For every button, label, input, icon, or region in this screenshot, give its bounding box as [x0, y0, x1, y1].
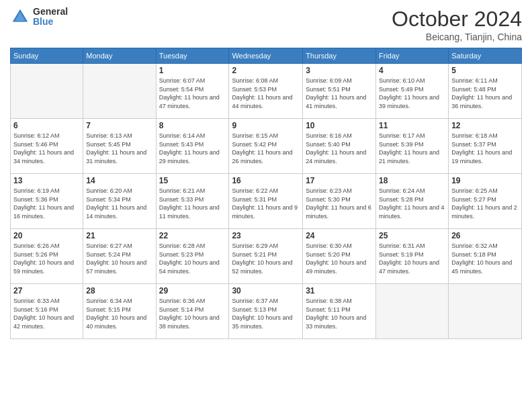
col-thursday: Thursday [303, 48, 376, 64]
day-info: Sunrise: 6:09 AMSunset: 5:51 PMDaylight:… [306, 77, 373, 110]
day-number: 18 [379, 176, 445, 185]
calendar-cell: 12Sunrise: 6:18 AMSunset: 5:37 PMDayligh… [449, 119, 522, 174]
calendar-cell: 6Sunrise: 6:12 AMSunset: 5:46 PMDaylight… [11, 119, 83, 174]
logo-blue: Blue [33, 17, 68, 27]
day-number: 22 [159, 231, 226, 240]
day-info: Sunrise: 6:29 AMSunset: 5:21 PMDaylight:… [232, 242, 300, 275]
calendar-cell: 30Sunrise: 6:37 AMSunset: 5:13 PMDayligh… [229, 284, 303, 339]
page: General Blue October 2024 Beicang, Tianj… [0, 0, 532, 411]
day-number: 27 [13, 286, 80, 295]
day-info: Sunrise: 6:37 AMSunset: 5:13 PMDaylight:… [232, 297, 300, 330]
logo-icon [10, 7, 30, 27]
col-monday: Monday [83, 48, 156, 64]
day-info: Sunrise: 6:08 AMSunset: 5:53 PMDaylight:… [232, 77, 300, 110]
week-row-3: 20Sunrise: 6:26 AMSunset: 5:26 PMDayligh… [11, 229, 522, 284]
week-row-0: 1Sunrise: 6:07 AMSunset: 5:54 PMDaylight… [11, 64, 522, 119]
calendar-cell: 8Sunrise: 6:14 AMSunset: 5:43 PMDaylight… [156, 119, 229, 174]
calendar-cell: 26Sunrise: 6:32 AMSunset: 5:18 PMDayligh… [449, 229, 522, 284]
day-number: 12 [451, 121, 519, 130]
calendar-cell [376, 284, 449, 339]
logo-general: General [33, 7, 68, 17]
calendar-cell: 15Sunrise: 6:21 AMSunset: 5:33 PMDayligh… [156, 174, 229, 229]
calendar-cell: 10Sunrise: 6:16 AMSunset: 5:40 PMDayligh… [303, 119, 376, 174]
day-number: 26 [451, 231, 519, 240]
header: General Blue October 2024 Beicang, Tianj… [10, 7, 522, 42]
calendar-cell: 25Sunrise: 6:31 AMSunset: 5:19 PMDayligh… [376, 229, 449, 284]
day-info: Sunrise: 6:23 AMSunset: 5:30 PMDaylight:… [306, 187, 373, 220]
day-info: Sunrise: 6:25 AMSunset: 5:27 PMDaylight:… [451, 187, 519, 220]
day-number: 30 [232, 286, 300, 295]
calendar-cell: 3Sunrise: 6:09 AMSunset: 5:51 PMDaylight… [303, 64, 376, 119]
calendar-cell: 17Sunrise: 6:23 AMSunset: 5:30 PMDayligh… [303, 174, 376, 229]
day-number: 19 [451, 176, 519, 185]
week-row-1: 6Sunrise: 6:12 AMSunset: 5:46 PMDaylight… [11, 119, 522, 174]
day-info: Sunrise: 6:24 AMSunset: 5:28 PMDaylight:… [379, 187, 445, 220]
subtitle: Beicang, Tianjin, China [392, 32, 522, 42]
calendar: Sunday Monday Tuesday Wednesday Thursday… [10, 48, 522, 339]
calendar-cell [11, 64, 83, 119]
calendar-cell: 13Sunrise: 6:19 AMSunset: 5:36 PMDayligh… [11, 174, 83, 229]
day-number: 5 [451, 66, 519, 75]
day-info: Sunrise: 6:22 AMSunset: 5:31 PMDaylight:… [232, 187, 300, 220]
month-title: October 2024 [392, 7, 522, 32]
calendar-cell: 19Sunrise: 6:25 AMSunset: 5:27 PMDayligh… [449, 174, 522, 229]
col-friday: Friday [376, 48, 449, 64]
day-number: 2 [232, 66, 300, 75]
calendar-cell: 14Sunrise: 6:20 AMSunset: 5:34 PMDayligh… [83, 174, 156, 229]
day-number: 29 [159, 286, 226, 295]
day-info: Sunrise: 6:30 AMSunset: 5:20 PMDaylight:… [306, 242, 373, 275]
logo: General Blue [10, 7, 68, 28]
logo-text: General Blue [33, 7, 68, 28]
header-row: Sunday Monday Tuesday Wednesday Thursday… [11, 48, 522, 64]
calendar-cell: 22Sunrise: 6:28 AMSunset: 5:23 PMDayligh… [156, 229, 229, 284]
day-info: Sunrise: 6:16 AMSunset: 5:40 PMDaylight:… [306, 132, 373, 165]
day-info: Sunrise: 6:33 AMSunset: 5:16 PMDaylight:… [13, 297, 80, 330]
day-number: 25 [379, 231, 445, 240]
col-saturday: Saturday [449, 48, 522, 64]
day-info: Sunrise: 6:07 AMSunset: 5:54 PMDaylight:… [159, 77, 226, 110]
day-number: 20 [13, 231, 80, 240]
calendar-cell: 29Sunrise: 6:36 AMSunset: 5:14 PMDayligh… [156, 284, 229, 339]
day-number: 14 [86, 176, 152, 185]
calendar-cell: 21Sunrise: 6:27 AMSunset: 5:24 PMDayligh… [83, 229, 156, 284]
day-info: Sunrise: 6:20 AMSunset: 5:34 PMDaylight:… [86, 187, 152, 220]
calendar-cell: 11Sunrise: 6:17 AMSunset: 5:39 PMDayligh… [376, 119, 449, 174]
day-info: Sunrise: 6:12 AMSunset: 5:46 PMDaylight:… [13, 132, 80, 165]
day-number: 31 [306, 286, 373, 295]
calendar-cell: 23Sunrise: 6:29 AMSunset: 5:21 PMDayligh… [229, 229, 303, 284]
calendar-cell: 28Sunrise: 6:34 AMSunset: 5:15 PMDayligh… [83, 284, 156, 339]
title-block: October 2024 Beicang, Tianjin, China [392, 7, 522, 42]
day-number: 17 [306, 176, 373, 185]
day-info: Sunrise: 6:34 AMSunset: 5:15 PMDaylight:… [86, 297, 152, 330]
day-info: Sunrise: 6:13 AMSunset: 5:45 PMDaylight:… [86, 132, 152, 165]
day-number: 24 [306, 231, 373, 240]
day-info: Sunrise: 6:38 AMSunset: 5:11 PMDaylight:… [306, 297, 373, 330]
day-info: Sunrise: 6:21 AMSunset: 5:33 PMDaylight:… [159, 187, 226, 220]
calendar-cell: 5Sunrise: 6:11 AMSunset: 5:48 PMDaylight… [449, 64, 522, 119]
day-info: Sunrise: 6:26 AMSunset: 5:26 PMDaylight:… [13, 242, 80, 275]
week-row-2: 13Sunrise: 6:19 AMSunset: 5:36 PMDayligh… [11, 174, 522, 229]
day-number: 23 [232, 231, 300, 240]
calendar-cell [449, 284, 522, 339]
day-info: Sunrise: 6:14 AMSunset: 5:43 PMDaylight:… [159, 132, 226, 165]
day-number: 13 [13, 176, 80, 185]
day-info: Sunrise: 6:15 AMSunset: 5:42 PMDaylight:… [232, 132, 300, 165]
day-number: 7 [86, 121, 152, 130]
col-tuesday: Tuesday [156, 48, 229, 64]
day-number: 10 [306, 121, 373, 130]
calendar-cell: 7Sunrise: 6:13 AMSunset: 5:45 PMDaylight… [83, 119, 156, 174]
calendar-cell: 4Sunrise: 6:10 AMSunset: 5:49 PMDaylight… [376, 64, 449, 119]
day-number: 8 [159, 121, 226, 130]
calendar-cell: 24Sunrise: 6:30 AMSunset: 5:20 PMDayligh… [303, 229, 376, 284]
calendar-cell: 9Sunrise: 6:15 AMSunset: 5:42 PMDaylight… [229, 119, 303, 174]
calendar-cell: 27Sunrise: 6:33 AMSunset: 5:16 PMDayligh… [11, 284, 83, 339]
day-info: Sunrise: 6:28 AMSunset: 5:23 PMDaylight:… [159, 242, 226, 275]
col-sunday: Sunday [11, 48, 83, 64]
day-number: 4 [379, 66, 445, 75]
day-info: Sunrise: 6:27 AMSunset: 5:24 PMDaylight:… [86, 242, 152, 275]
calendar-cell [83, 64, 156, 119]
day-info: Sunrise: 6:31 AMSunset: 5:19 PMDaylight:… [379, 242, 445, 275]
day-number: 21 [86, 231, 152, 240]
day-number: 1 [159, 66, 226, 75]
day-number: 16 [232, 176, 300, 185]
